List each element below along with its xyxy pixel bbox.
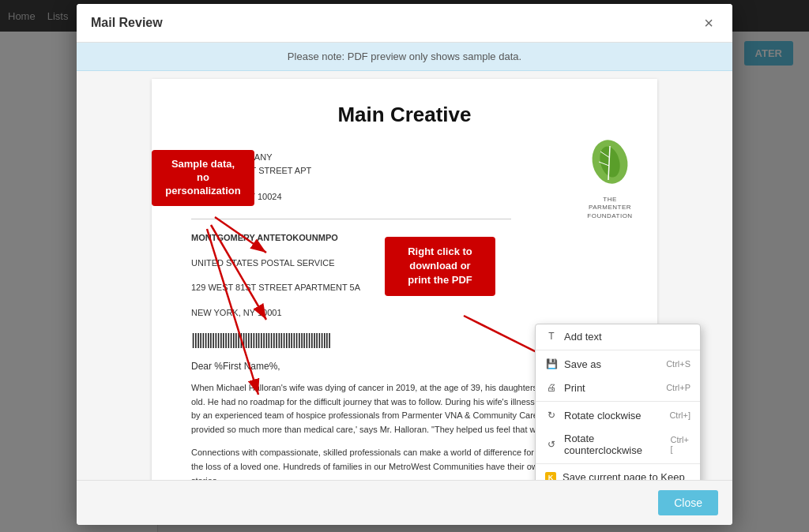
pdf-recipient-city: NEW YORK, NY 10001 [191,306,618,320]
shortcut-rotate-ccw: Ctrl+[ [670,435,690,454]
print-icon: 🖨 [545,381,558,394]
text-icon: T [545,330,558,343]
context-menu-item-keep[interactable]: K Save current page to Keep [536,466,700,480]
context-menu-label-rotate-ccw: Rotate counterclockwise [564,433,670,456]
pdf-sender-address: SAMPLE COMPANY 129 WEST 81ST STREET APT … [191,151,618,203]
context-menu-label-print: Print [564,382,585,394]
modal-header: Mail Review × [77,4,732,43]
context-menu-label-save-as: Save as [564,358,601,370]
divider-2 [536,401,700,402]
rotate-ccw-icon: ↺ [545,438,558,451]
context-menu-item-rotate-ccw[interactable]: ↺ Rotate counterclockwise Ctrl+[ [536,427,700,462]
modal-footer: Close [77,480,732,525]
pdf-logo-text: THE PARMENTER FOUNDATION [586,196,634,220]
save-icon: 💾 [545,358,558,370]
modal-overlay: Mail Review × Please note: PDF preview o… [0,0,809,532]
context-menu-item-rotate-cw[interactable]: ↻ Rotate clockwise Ctrl+] [536,403,700,427]
callout-right-click: Right click to download or print the PDF [385,237,495,296]
modal-close-button[interactable]: × [699,13,718,32]
context-menu-item-print[interactable]: 🖨 Print Ctrl+P [536,376,700,399]
context-menu-label-rotate-cw: Rotate clockwise [564,410,642,421]
mail-review-modal: Mail Review × Please note: PDF preview o… [77,4,732,525]
divider-3 [536,463,700,464]
shortcut-save-as: Ctrl+S [666,359,690,369]
context-menu: T Add text 💾 Save as Ctrl+S [535,324,701,480]
context-menu-item-save-as[interactable]: 💾 Save as Ctrl+S [536,352,700,376]
context-menu-label-add-text: Add text [564,331,602,343]
pdf-logo: THE PARMENTER FOUNDATION [586,134,634,220]
callout-sample-data: Sample data, no personalization [152,150,254,206]
modal-title: Mail Review [91,16,163,30]
shortcut-rotate-cw: Ctrl+] [669,410,690,420]
divider-1 [536,350,700,350]
modal-body[interactable]: Please note: PDF preview only shows samp… [77,43,732,480]
shortcut-print: Ctrl+P [666,383,690,392]
context-menu-label-keep: Save current page to Keep [563,471,685,480]
rotate-cw-icon: ↻ [545,409,558,421]
pdf-title: Main Creative [191,103,618,127]
context-menu-item-add-text[interactable]: T Add text [536,324,700,348]
notice-bar: Please note: PDF preview only shows samp… [77,43,732,71]
keep-icon: K [545,472,556,481]
close-button[interactable]: Close [658,490,718,515]
